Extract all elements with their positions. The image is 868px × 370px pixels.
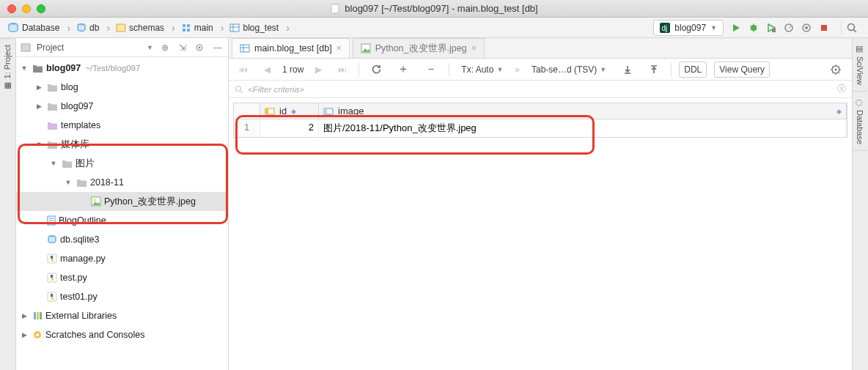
scratch-icon bbox=[32, 330, 43, 340]
django-icon: dj bbox=[660, 23, 670, 33]
import-up-button[interactable] bbox=[644, 62, 663, 78]
export-format-selector[interactable]: Tab-se…d (TSV) ▼ bbox=[527, 62, 611, 78]
svg-rect-17 bbox=[772, 29, 776, 32]
python-file-icon bbox=[47, 292, 57, 302]
data-grid[interactable]: id ◆ image ◆ 1 2 图片/2018-11/Python_改变世界.… bbox=[229, 98, 852, 142]
zoom-window-button[interactable] bbox=[37, 4, 45, 13]
close-tab-icon[interactable]: × bbox=[336, 43, 342, 53]
tree-scratches[interactable]: ▶Scratches and Consoles bbox=[16, 325, 228, 344]
svg-rect-4 bbox=[183, 24, 185, 27]
svg-rect-42 bbox=[240, 45, 249, 52]
table-row[interactable]: 1 2 图片/2018-11/Python_改变世界.jpeg bbox=[234, 119, 847, 137]
gear-icon[interactable] bbox=[194, 42, 206, 53]
settings-button[interactable] bbox=[825, 62, 846, 78]
crumb-schemas[interactable]: schemas bbox=[113, 20, 178, 36]
add-row-button[interactable]: ＋ bbox=[393, 62, 413, 78]
close-tab-icon[interactable]: × bbox=[471, 43, 477, 53]
stop-button[interactable] bbox=[819, 23, 829, 33]
svg-rect-24 bbox=[21, 44, 30, 51]
tree-item-jpeg[interactable]: Python_改变世界.jpeg bbox=[16, 192, 228, 211]
pk-icon bbox=[265, 107, 275, 116]
project-tool-tab[interactable]: ▦ 1: Project bbox=[0, 38, 14, 97]
svg-rect-8 bbox=[230, 24, 239, 32]
database-tool-tab[interactable]: ◌ Database bbox=[853, 92, 867, 151]
svg-rect-55 bbox=[324, 108, 327, 114]
hide-panel-icon[interactable]: — bbox=[212, 42, 224, 53]
reload-button[interactable] bbox=[367, 62, 386, 78]
chevron-down-icon[interactable]: ▼ bbox=[147, 44, 153, 51]
tree-external-libs[interactable]: ▶External Libraries bbox=[16, 306, 228, 325]
folder-icon bbox=[47, 102, 58, 111]
editor-tab-active[interactable]: main.blog_test [db] × bbox=[232, 38, 350, 58]
svg-rect-0 bbox=[331, 4, 339, 13]
row-number: 1 bbox=[234, 119, 260, 137]
sort-icon[interactable]: ◆ bbox=[291, 108, 296, 115]
tree-root[interactable]: ▼ blog097~/Test/blog097 bbox=[16, 59, 228, 78]
search-everywhere-button[interactable] bbox=[846, 22, 858, 34]
navigation-bar: Database db schemas main blog_test dj bl… bbox=[0, 18, 868, 38]
column-header-image[interactable]: image ◆ bbox=[319, 103, 847, 119]
tree-item-manage[interactable]: manage.py bbox=[16, 249, 228, 268]
chevron-down-icon: ▼ bbox=[710, 24, 717, 32]
tree-item-templates[interactable]: templates bbox=[16, 116, 228, 135]
crumb-main[interactable]: main bbox=[178, 20, 227, 36]
svg-point-26 bbox=[199, 46, 201, 48]
sciview-tool-tab[interactable]: ▤ SciView bbox=[853, 38, 867, 92]
tree-item-date[interactable]: ▼2018-11 bbox=[16, 173, 228, 192]
crumb-database[interactable]: Database bbox=[4, 20, 73, 36]
column-header-id[interactable]: id ◆ bbox=[260, 103, 319, 119]
debug-button[interactable] bbox=[749, 23, 759, 33]
tree-item-blog097[interactable]: ▶blog097 bbox=[16, 97, 228, 116]
window-title: blog097 [~/Test/blog097] - main.blog_tes… bbox=[345, 3, 537, 14]
tree-item-blog[interactable]: ▶blog bbox=[16, 78, 228, 97]
tree-item-pictures[interactable]: ▼图片 bbox=[16, 154, 228, 173]
profile-button[interactable] bbox=[784, 23, 794, 33]
close-window-button[interactable] bbox=[7, 4, 16, 13]
project-panel-title[interactable]: Project bbox=[37, 42, 64, 53]
window-controls[interactable] bbox=[7, 4, 45, 13]
locate-icon[interactable]: ⊕ bbox=[159, 42, 171, 53]
window-titlebar: blog097 [~/Test/blog097] - main.blog_tes… bbox=[0, 0, 868, 18]
tx-mode-selector[interactable]: Tx: Auto ▼ bbox=[457, 62, 507, 78]
expand-all-icon[interactable]: ⇲ bbox=[177, 42, 188, 53]
run-config-selector[interactable]: dj blog097 ▼ bbox=[653, 20, 724, 36]
editor-tab-inactive[interactable]: Python_改变世界.jpeg × bbox=[353, 38, 485, 58]
clear-filter-icon[interactable]: ⓧ bbox=[837, 84, 846, 95]
minimize-window-button[interactable] bbox=[22, 4, 31, 13]
crumb-table[interactable]: blog_test bbox=[227, 20, 292, 36]
svg-rect-53 bbox=[265, 108, 268, 114]
ddl-button[interactable]: DDL bbox=[679, 62, 707, 78]
project-tree[interactable]: ▼ blog097~/Test/blog097 ▶blog ▶blog097 t… bbox=[16, 57, 228, 370]
sciview-icon: ▤ bbox=[855, 44, 864, 53]
svg-rect-21 bbox=[821, 25, 827, 31]
next-page-button[interactable]: ▶ bbox=[311, 62, 326, 78]
tree-item-test01[interactable]: test01.py bbox=[16, 287, 228, 306]
last-page-button[interactable]: ⏭ bbox=[334, 62, 351, 78]
export-down-button[interactable] bbox=[618, 62, 637, 78]
cell-id[interactable]: 2 bbox=[260, 119, 319, 137]
svg-text:dj: dj bbox=[662, 24, 668, 32]
prev-page-button[interactable]: ◀ bbox=[260, 62, 275, 78]
view-query-button[interactable]: View Query bbox=[714, 62, 770, 78]
sort-icon[interactable]: ◆ bbox=[836, 108, 842, 115]
tree-item-test[interactable]: test.py bbox=[16, 268, 228, 287]
tree-item-blogoutline[interactable]: BlogOutline bbox=[16, 211, 228, 230]
tree-item-media[interactable]: ▼媒体库 bbox=[16, 135, 228, 154]
file-icon bbox=[47, 215, 56, 226]
concurrency-button[interactable] bbox=[801, 23, 812, 33]
cell-image[interactable]: 图片/2018-11/Python_改变世界.jpeg bbox=[319, 119, 847, 137]
right-tool-gutter: ▤ SciView ◌ Database bbox=[852, 38, 868, 370]
tree-item-sqlite[interactable]: db.sqlite3 bbox=[16, 230, 228, 249]
svg-rect-39 bbox=[40, 312, 42, 319]
python-file-icon bbox=[47, 273, 57, 283]
first-page-button[interactable]: ⏮ bbox=[235, 62, 252, 78]
crumb-db[interactable]: db bbox=[73, 20, 113, 36]
remove-row-button[interactable]: － bbox=[421, 62, 441, 78]
svg-point-49 bbox=[835, 68, 837, 70]
coverage-button[interactable] bbox=[766, 23, 776, 33]
run-button[interactable] bbox=[731, 23, 741, 33]
breadcrumb: Database db schemas main blog_test bbox=[4, 20, 293, 36]
library-icon bbox=[32, 311, 43, 321]
schema-icon bbox=[181, 23, 191, 33]
filter-bar[interactable]: <Filter criteria> ⓧ bbox=[229, 81, 852, 98]
